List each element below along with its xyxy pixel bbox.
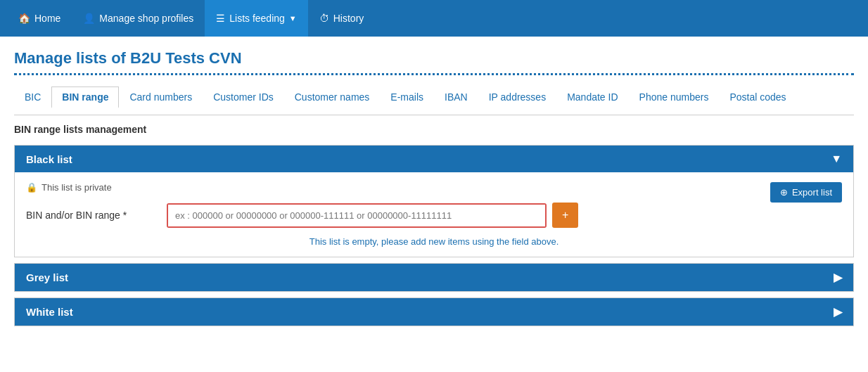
nav-manage-shop[interactable]: 👤 Manage shop profiles: [72, 0, 205, 37]
nav-manage-shop-label: Manage shop profiles: [99, 13, 193, 24]
dropdown-arrow-icon: ▼: [289, 14, 297, 23]
bin-form-row: BIN and/or BIN range * +: [26, 203, 842, 228]
white-list-panel: White list ▶: [14, 297, 854, 326]
dotted-divider: [14, 73, 854, 75]
private-label-text: This list is private: [42, 182, 112, 193]
main-nav: 🏠 Home 👤 Manage shop profiles ☰ Lists fe…: [0, 0, 868, 37]
add-bin-button[interactable]: +: [552, 203, 578, 228]
nav-home-label: Home: [34, 13, 60, 24]
nav-history[interactable]: ⏱ History: [308, 0, 376, 37]
empty-message: This list is empty, please add new items…: [26, 236, 842, 247]
bin-input-wrapper: [167, 203, 547, 228]
grey-list-panel: Grey list ▶: [14, 263, 854, 292]
tab-bin-range[interactable]: BIN range: [51, 86, 119, 108]
lock-icon: 🔒: [26, 182, 37, 193]
tab-phone-numbers[interactable]: Phone numbers: [629, 86, 720, 108]
tab-ip-addresses[interactable]: IP addresses: [478, 86, 556, 108]
tab-customer-ids[interactable]: Customer IDs: [203, 86, 284, 108]
nav-home[interactable]: 🏠 Home: [7, 0, 72, 37]
black-list-body: 🔒 This list is private ⊕ Export list BIN…: [15, 172, 853, 257]
bin-input-label: BIN and/or BIN range *: [26, 210, 167, 221]
tab-emails[interactable]: E-mails: [380, 86, 434, 108]
tab-iban[interactable]: IBAN: [434, 86, 478, 108]
user-icon: 👤: [83, 13, 95, 24]
chevron-right-icon: ▶: [834, 271, 842, 284]
black-list-header[interactable]: Black list ▼: [15, 146, 853, 172]
chevron-down-icon: ▼: [831, 153, 842, 165]
white-list-title: White list: [26, 306, 73, 318]
white-list-header[interactable]: White list ▶: [15, 298, 853, 326]
grey-list-header[interactable]: Grey list ▶: [15, 264, 853, 291]
tab-bar: BIC BIN range Card numbers Customer IDs …: [14, 86, 854, 108]
export-icon: ⊕: [780, 187, 788, 198]
nav-lists-feeding[interactable]: ☰ Lists feeding ▼: [205, 0, 308, 37]
black-list-title: Black list: [26, 153, 72, 165]
tab-mandate-id[interactable]: Mandate ID: [556, 86, 628, 108]
chevron-right-icon-white: ▶: [834, 305, 842, 319]
list-icon: ☰: [216, 13, 225, 24]
tab-postal-codes[interactable]: Postal codes: [719, 86, 796, 108]
section-title: BIN range lists management: [14, 124, 854, 135]
export-label: Export list: [792, 187, 832, 198]
tab-card-numbers[interactable]: Card numbers: [119, 86, 203, 108]
home-icon: 🏠: [18, 13, 30, 24]
export-list-button[interactable]: ⊕ Export list: [770, 182, 842, 203]
tabs-border: [14, 115, 854, 115]
private-label: 🔒 This list is private: [26, 182, 112, 193]
nav-history-label: History: [333, 13, 364, 24]
clock-icon: ⏱: [319, 13, 329, 24]
page-content: Manage lists of B2U Tests CVN BIC BIN ra…: [0, 37, 868, 345]
grey-list-title: Grey list: [26, 271, 68, 283]
tab-bic[interactable]: BIC: [14, 86, 51, 108]
bin-input[interactable]: [168, 205, 545, 226]
nav-lists-feeding-label: Lists feeding: [229, 13, 285, 24]
black-list-panel: Black list ▼ 🔒 This list is private ⊕ Ex…: [14, 145, 854, 257]
tab-customer-names[interactable]: Customer names: [284, 86, 381, 108]
page-title: Manage lists of B2U Tests CVN: [14, 49, 854, 68]
